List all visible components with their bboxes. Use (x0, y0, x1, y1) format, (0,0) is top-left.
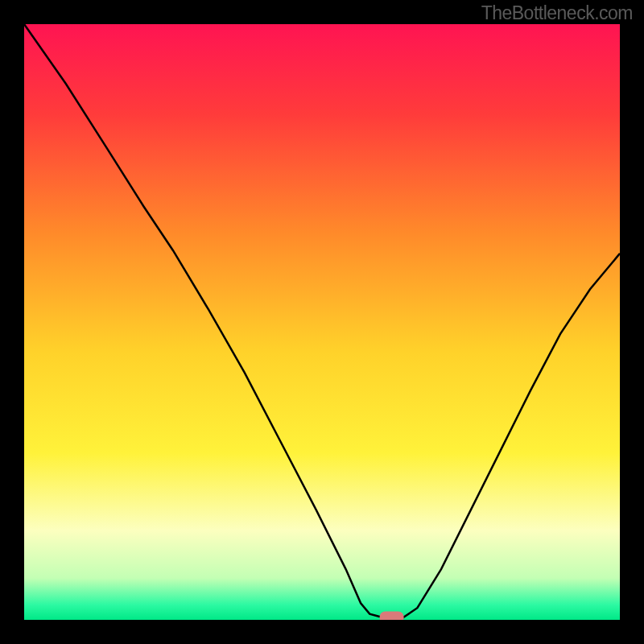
frame-bottom (0, 620, 644, 644)
frame-right (620, 0, 644, 644)
watermark-text: TheBottleneck.com (481, 2, 633, 24)
frame-left (0, 0, 24, 644)
chart-svg (0, 0, 644, 644)
plot-background (24, 24, 620, 620)
bottleneck-chart: TheBottleneck.com (0, 0, 644, 644)
